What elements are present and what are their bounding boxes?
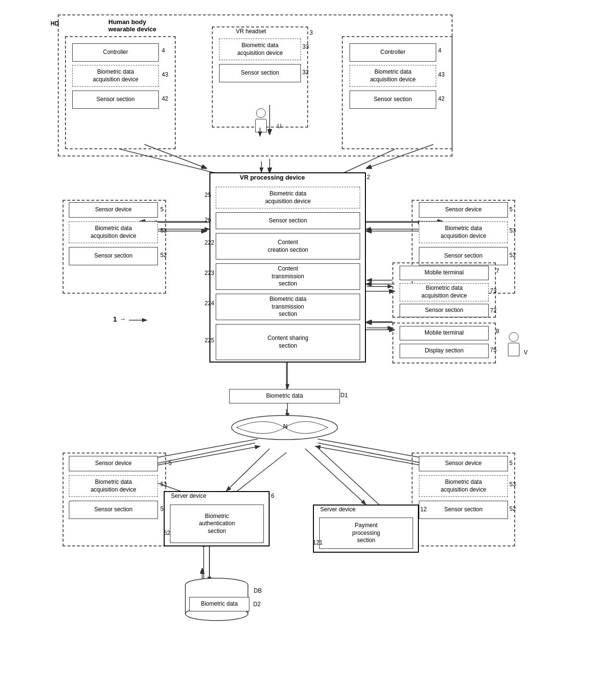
biometric-acq-right-wearable: Biometric dataacquisition device — [350, 65, 436, 87]
biometric-acq-left-bottom: Biometric dataacquisition device — [69, 475, 158, 497]
server-device-12-label: Server device — [320, 506, 355, 513]
mobile-terminal-7-title: Mobile terminal — [400, 266, 489, 280]
num-52-rm: 52 — [509, 252, 516, 259]
num-53-lm: 53 — [160, 227, 167, 234]
sensor-section-right-bottom: Sensor section — [419, 501, 508, 519]
num-42-left: 42 — [162, 95, 168, 102]
num-4-right: 4 — [438, 47, 441, 54]
num-222: 222 — [205, 239, 214, 246]
sensor-section-right-wearable: Sensor section — [350, 91, 436, 109]
db-label: DB — [254, 587, 262, 594]
left-mid-sensor-device-title: Sensor device — [69, 202, 158, 218]
biometric-acq-vr-processing: Biometric dataacquisition device — [216, 187, 360, 208]
num-121: 121 — [313, 539, 323, 546]
num-12: 12 — [420, 506, 427, 513]
svg-line-44 — [226, 449, 270, 491]
mobile-terminal-8-title: Mobile terminal — [400, 326, 489, 340]
num-43-right: 43 — [438, 71, 444, 78]
sensor-section-vr-processing: Sensor section — [216, 212, 360, 229]
display-section: Display section — [400, 344, 489, 358]
num-6: 6 — [271, 493, 274, 499]
num-52-rb: 52 — [509, 506, 516, 512]
controller-left: Controller — [72, 43, 159, 62]
num-5-rm: 5 — [509, 206, 513, 213]
v-label: V — [524, 349, 528, 356]
num-25: 25 — [205, 192, 211, 198]
sensor-section-left-wearable: Sensor section — [72, 91, 159, 109]
server-device-6-label: Server device — [171, 493, 206, 499]
svg-line-45 — [305, 449, 366, 505]
hd-label: HD — [51, 20, 59, 27]
n-label: N — [283, 423, 287, 430]
sensor-section-vr-headset: Sensor section — [219, 64, 301, 82]
sensor-section-mob7: Sensor section — [400, 304, 489, 317]
num-53-rm: 53 — [509, 227, 516, 234]
num-5-rb: 5 — [509, 460, 513, 467]
right-bottom-sensor-device-title: Sensor device — [419, 456, 508, 471]
num-3: 3 — [310, 29, 313, 36]
payment-processing-section: Paymentprocessingsection — [319, 518, 413, 549]
left-bottom-sensor-device-title: Sensor device — [69, 456, 158, 471]
num-7: 7 — [496, 268, 499, 274]
num-5-lm: 5 — [160, 206, 164, 213]
biometric-acq-right-mid: Biometric dataacquisition device — [419, 221, 508, 243]
biometric-acq-vr-headset: Biometric dataacquisition device — [219, 39, 301, 60]
system-arrow-1: → — [119, 315, 126, 323]
d1-label: D1 — [340, 392, 348, 399]
num-52-lm: 52 — [160, 252, 167, 259]
num-4-left: 4 — [162, 47, 165, 54]
biometric-transmission-section: Biometric datatransmissionsection — [216, 294, 360, 320]
svg-point-50 — [185, 578, 248, 592]
vr-processing-label: VR processing device — [240, 174, 305, 181]
right-mid-sensor-device-title: Sensor device — [419, 202, 508, 218]
system-diagram: HD Human bodywearable device Controller … — [0, 0, 597, 700]
content-creation-section: Contentcreation section — [216, 233, 360, 259]
system-num-1: 1 — [113, 315, 117, 323]
num-225: 225 — [205, 337, 214, 344]
vr-headset-label: VR headset — [236, 28, 266, 35]
biometric-data-d1-box: Biometric data — [229, 389, 340, 403]
num-223: 223 — [205, 270, 214, 276]
num-43-left: 43 — [162, 71, 168, 78]
svg-line-21 — [318, 448, 385, 510]
num-53-rb: 53 — [509, 481, 516, 488]
biometric-data-db-box: Biometric data — [189, 597, 249, 611]
num-62: 62 — [164, 530, 170, 536]
num-2: 2 — [367, 174, 370, 181]
human-body-wearable-label: Human bodywearable device — [108, 18, 156, 33]
num-73: 73 — [490, 287, 496, 294]
person-u-icon — [255, 108, 267, 132]
biometric-acq-mob7: Biometric dataacquisition device — [400, 283, 489, 301]
person-v-icon — [508, 332, 519, 356]
num-224: 224 — [205, 300, 214, 307]
num-8: 8 — [496, 328, 499, 335]
sensor-section-left-bottom: Sensor section — [69, 501, 158, 519]
biometric-acq-left-wearable: Biometric dataacquisition device — [72, 65, 159, 87]
sensor-section-left-mid: Sensor section — [69, 247, 158, 265]
num-53-lb: 53 — [160, 481, 167, 488]
content-sharing-section: Content sharingsection — [216, 324, 360, 360]
u-label: U — [277, 123, 282, 130]
num-5-lb: 5 — [169, 460, 172, 467]
controller-right: Controller — [350, 43, 436, 62]
content-transmission-section: Contenttransmissionsection — [216, 263, 360, 290]
biometric-acq-left-mid: Biometric dataacquisition device — [69, 221, 158, 243]
num-42-right: 42 — [438, 95, 444, 102]
num-32: 32 — [302, 69, 309, 76]
num-72: 72 — [490, 307, 496, 314]
num-75: 75 — [490, 347, 496, 353]
biometric-acq-right-bottom: Biometric dataacquisition device — [419, 475, 508, 497]
d2-label: D2 — [253, 601, 260, 608]
svg-line-18 — [231, 453, 286, 496]
num-33: 33 — [302, 43, 309, 50]
biometric-auth-section: Biometricauthenticationsection — [170, 505, 264, 543]
num-26: 26 — [205, 217, 211, 223]
